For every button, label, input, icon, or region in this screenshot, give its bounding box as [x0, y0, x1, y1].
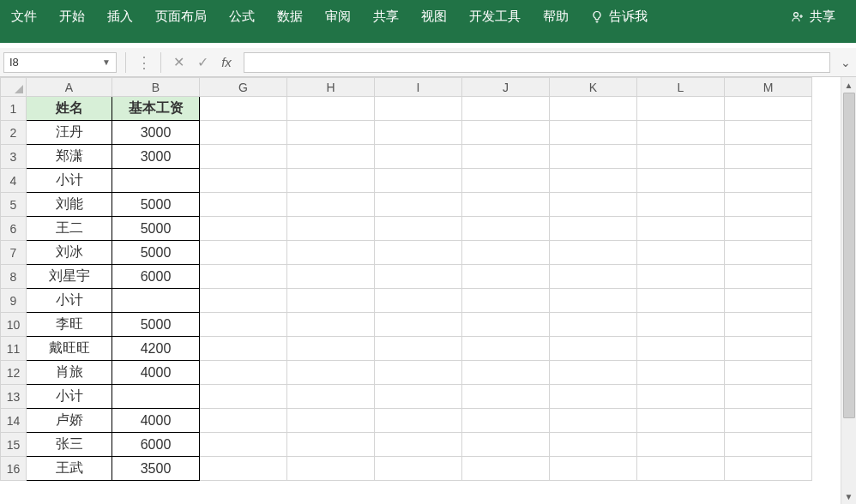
cell[interactable]: [550, 265, 637, 289]
cell[interactable]: [287, 217, 375, 241]
cell[interactable]: [287, 361, 375, 385]
col-header-L[interactable]: L: [637, 78, 725, 97]
cell[interactable]: [375, 169, 462, 193]
cell[interactable]: [112, 385, 200, 409]
col-header-J[interactable]: J: [462, 78, 550, 97]
cell[interactable]: [200, 361, 287, 385]
cell[interactable]: [637, 241, 725, 265]
tab-insert[interactable]: 插入: [96, 5, 144, 28]
cell[interactable]: 5000: [112, 193, 200, 217]
cell[interactable]: [462, 337, 550, 361]
scroll-thumb[interactable]: [843, 93, 855, 418]
cell[interactable]: [200, 313, 287, 337]
cell[interactable]: [725, 193, 812, 217]
cell[interactable]: [725, 361, 812, 385]
cell[interactable]: [375, 409, 462, 433]
cell[interactable]: [200, 169, 287, 193]
cell[interactable]: [462, 313, 550, 337]
cell[interactable]: [637, 145, 725, 169]
row-header[interactable]: 8: [1, 265, 27, 289]
cell[interactable]: [112, 169, 200, 193]
cell[interactable]: [462, 409, 550, 433]
cell[interactable]: [462, 97, 550, 121]
cell[interactable]: [550, 217, 637, 241]
cell[interactable]: [725, 121, 812, 145]
cell[interactable]: 3000: [112, 145, 200, 169]
cell[interactable]: [200, 97, 287, 121]
cell[interactable]: 5000: [112, 241, 200, 265]
col-header-M[interactable]: M: [725, 78, 812, 97]
tab-home[interactable]: 开始: [48, 5, 96, 28]
cell[interactable]: [550, 97, 637, 121]
cell[interactable]: [725, 433, 812, 457]
cell[interactable]: 刘能: [27, 193, 112, 217]
cancel-button[interactable]: ✕: [166, 52, 190, 73]
row-header[interactable]: 13: [1, 385, 27, 409]
tab-view[interactable]: 视图: [410, 5, 458, 28]
enter-button[interactable]: ✓: [190, 52, 214, 73]
cell[interactable]: [200, 265, 287, 289]
cell[interactable]: 6000: [112, 433, 200, 457]
cell[interactable]: [287, 145, 375, 169]
cell[interactable]: [637, 313, 725, 337]
cell[interactable]: [462, 121, 550, 145]
row-header[interactable]: 5: [1, 193, 27, 217]
cell[interactable]: [725, 145, 812, 169]
row-header[interactable]: 11: [1, 337, 27, 361]
cell[interactable]: [725, 457, 812, 481]
cell[interactable]: 郑潇: [27, 145, 112, 169]
cell[interactable]: [462, 193, 550, 217]
cell[interactable]: 小计: [27, 289, 112, 313]
tab-help[interactable]: 帮助: [532, 5, 580, 28]
cell[interactable]: [725, 169, 812, 193]
cell[interactable]: [550, 385, 637, 409]
cell[interactable]: [550, 361, 637, 385]
cell[interactable]: [287, 385, 375, 409]
cell[interactable]: 张三: [27, 433, 112, 457]
cell[interactable]: [462, 241, 550, 265]
cell[interactable]: [637, 361, 725, 385]
cell[interactable]: 小计: [27, 385, 112, 409]
cell[interactable]: [375, 385, 462, 409]
row-header[interactable]: 9: [1, 289, 27, 313]
expand-formula-bar-button[interactable]: ⌄: [835, 52, 856, 73]
cell[interactable]: [287, 241, 375, 265]
cell[interactable]: [375, 145, 462, 169]
cell[interactable]: 肖旅: [27, 361, 112, 385]
cell[interactable]: 4000: [112, 409, 200, 433]
scroll-down-arrow-icon[interactable]: ▼: [841, 489, 857, 504]
row-header[interactable]: 6: [1, 217, 27, 241]
cell[interactable]: [550, 409, 637, 433]
cell[interactable]: [637, 169, 725, 193]
cell[interactable]: 刘星宇: [27, 265, 112, 289]
cell[interactable]: [375, 337, 462, 361]
tab-page-layout[interactable]: 页面布局: [144, 5, 218, 28]
scroll-track[interactable]: [841, 93, 857, 489]
cell[interactable]: [200, 145, 287, 169]
formula-input[interactable]: [244, 52, 830, 73]
cell[interactable]: [375, 241, 462, 265]
share-button[interactable]: 共享: [781, 5, 846, 28]
cell[interactable]: 李旺: [27, 313, 112, 337]
cell[interactable]: 6000: [112, 265, 200, 289]
row-header[interactable]: 2: [1, 121, 27, 145]
row-header[interactable]: 3: [1, 145, 27, 169]
insert-function-button[interactable]: fx: [214, 52, 238, 73]
cell[interactable]: [200, 217, 287, 241]
name-box-dropdown-icon[interactable]: ▼: [102, 57, 111, 67]
cell[interactable]: [637, 457, 725, 481]
cell[interactable]: 4000: [112, 361, 200, 385]
cell[interactable]: 姓名: [27, 97, 112, 121]
col-header-A[interactable]: A: [27, 78, 112, 97]
tab-share[interactable]: 共享: [362, 5, 410, 28]
cell[interactable]: 汪丹: [27, 121, 112, 145]
cell[interactable]: [550, 121, 637, 145]
cell[interactable]: [550, 313, 637, 337]
cell[interactable]: [462, 217, 550, 241]
cell[interactable]: [725, 265, 812, 289]
cell[interactable]: [287, 169, 375, 193]
cell[interactable]: 王武: [27, 457, 112, 481]
cell[interactable]: [725, 409, 812, 433]
row-header[interactable]: 7: [1, 241, 27, 265]
cell[interactable]: [637, 217, 725, 241]
